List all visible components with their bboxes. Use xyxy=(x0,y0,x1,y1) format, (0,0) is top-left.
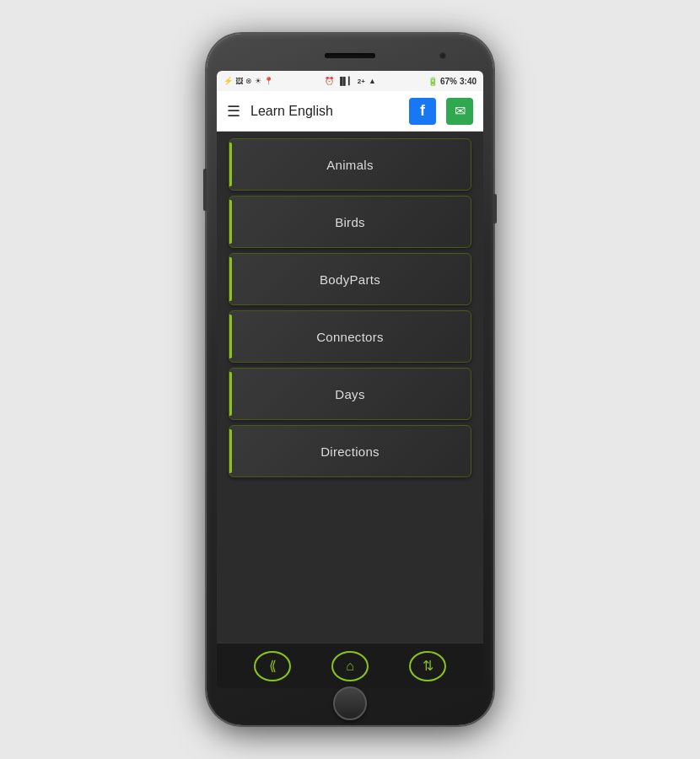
menu-button[interactable]: ⇅ xyxy=(409,651,446,681)
battery-icon: 🔋 xyxy=(428,77,438,86)
light-icon: ☀ xyxy=(255,77,261,85)
email-button[interactable]: ✉ xyxy=(446,98,473,125)
status-right: 🔋 67% 3:40 xyxy=(428,77,477,86)
app-bar: ☰ Learn English f ✉ xyxy=(217,91,483,132)
app-title: Learn English xyxy=(250,104,399,119)
phone-screen: ⚡ 🖼 ⊗ ☀ 📍 ⏰ ▐▌▎ 2+ ▲ 🔋 67% 3:40 ☰ Learn … xyxy=(217,71,483,688)
menu-icon: ⇅ xyxy=(423,658,433,674)
phone-device: ⚡ 🖼 ⊗ ☀ 📍 ⏰ ▐▌▎ 2+ ▲ 🔋 67% 3:40 ☰ Learn … xyxy=(207,34,493,725)
power-button[interactable] xyxy=(493,194,497,223)
bars-icon: ▐▌▎ xyxy=(337,77,354,85)
signal-2-icon: 2+ xyxy=(358,78,365,85)
menu-item-birds-label: Birds xyxy=(335,215,365,229)
physical-home-button[interactable] xyxy=(333,686,367,720)
home-button[interactable]: ⌂ xyxy=(331,651,369,681)
menu-item-bodyparts-label: BodyParts xyxy=(320,272,380,287)
phone-top-bar xyxy=(217,44,483,67)
signal-icon: 📍 xyxy=(264,77,273,85)
image-icon: 🖼 xyxy=(235,77,243,85)
alarm-icon: ⏰ xyxy=(325,77,334,85)
status-center-icons: ⏰ ▐▌▎ 2+ ▲ xyxy=(325,77,376,85)
email-icon: ✉ xyxy=(455,103,466,119)
menu-item-directions[interactable]: Directions xyxy=(229,425,471,477)
usb-icon: ⚡ xyxy=(223,77,233,85)
menu-item-birds[interactable]: Birds xyxy=(229,196,471,248)
no-icon: ⊗ xyxy=(245,77,252,85)
wifi-icon: ▲ xyxy=(369,77,376,85)
menu-item-animals[interactable]: Animals xyxy=(229,138,471,191)
menu-item-animals-label: Animals xyxy=(326,158,373,172)
back-button[interactable]: ⟪ xyxy=(254,651,291,681)
facebook-button[interactable]: f xyxy=(409,98,436,125)
battery-percent: 67% xyxy=(440,77,457,86)
menu-item-connectors[interactable]: Connectors xyxy=(229,310,471,363)
content-area: Animals Birds BodyParts Connectors Days … xyxy=(217,132,483,643)
home-icon: ⌂ xyxy=(346,659,354,674)
phone-bottom-bar xyxy=(217,692,483,715)
status-left-icons: ⚡ 🖼 ⊗ ☀ 📍 xyxy=(223,77,273,85)
speaker-grille xyxy=(325,53,375,58)
back-icon: ⟪ xyxy=(269,658,277,674)
hamburger-menu-icon[interactable]: ☰ xyxy=(227,102,240,121)
status-bar: ⚡ 🖼 ⊗ ☀ 📍 ⏰ ▐▌▎ 2+ ▲ 🔋 67% 3:40 xyxy=(217,71,483,91)
menu-item-directions-label: Directions xyxy=(320,444,380,459)
menu-item-days[interactable]: Days xyxy=(229,368,471,420)
menu-item-bodyparts[interactable]: BodyParts xyxy=(229,253,471,305)
volume-button[interactable] xyxy=(203,169,207,211)
front-camera xyxy=(439,52,446,59)
time-display: 3:40 xyxy=(460,77,477,86)
bottom-nav: ⟪ ⌂ ⇅ xyxy=(217,643,483,688)
facebook-label: f xyxy=(420,102,425,120)
menu-item-connectors-label: Connectors xyxy=(316,330,384,344)
menu-item-days-label: Days xyxy=(335,387,364,401)
